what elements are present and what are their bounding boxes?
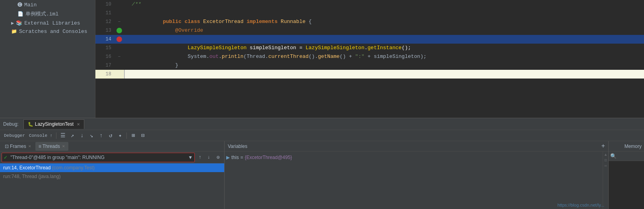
code-line-12: 12 − @Override	[95, 17, 644, 26]
frame-item[interactable]: run:14, ExcetorThread (com.company.Test)	[0, 163, 224, 172]
eval-btn[interactable]: ✦	[116, 131, 124, 140]
memory-header: Memory	[609, 141, 644, 151]
code-text: /**	[124, 0, 141, 9]
threads-tab-close[interactable]: ✕	[62, 144, 65, 148]
restore-layout-btn[interactable]: ↗	[68, 131, 77, 140]
thread-check-icon: ✓	[4, 155, 8, 160]
variables-title: Variables	[228, 144, 247, 149]
line-number: 10	[95, 0, 114, 9]
vars-scrollbar: ▲ ⊡ ∞	[603, 151, 608, 209]
code-line-15: 15 System.out.println(Thread.currentThre…	[95, 44, 644, 52]
gutter	[114, 70, 124, 79]
frame-package: (java.lang)	[39, 174, 61, 179]
columns-btn[interactable]: ⊞	[129, 131, 138, 140]
gutter	[114, 44, 124, 52]
fold-icon[interactable]: −	[118, 19, 121, 24]
gutter: −	[114, 17, 124, 26]
gutter	[114, 9, 124, 17]
breakpoint-red[interactable]	[116, 36, 122, 42]
scroll-copy-btn[interactable]: ⊡	[603, 158, 608, 163]
code-line-14: 14 LazySimpleSingleton simpleSingleton =…	[95, 35, 644, 44]
code-text: public void run() {	[124, 26, 234, 35]
debug-tabs-bar: Debug: 🐛 LazySingletonTest ✕	[0, 118, 644, 130]
step-into-btn[interactable]: ↘	[87, 131, 96, 140]
frames-list: run:14, ExcetorThread (com.company.Test)…	[0, 163, 224, 209]
sidebar-item-external-libs[interactable]: ▶ 📚 External Libraries	[0, 19, 95, 27]
frames-icon: ⊡	[5, 144, 9, 149]
tab-close-icon[interactable]: ✕	[77, 122, 80, 127]
code-line-13: 13 public void run() {	[95, 26, 644, 35]
code-text: System.out.println(Thread.currentThread(…	[124, 44, 427, 52]
var-equals: =	[241, 155, 243, 160]
fold-icon[interactable]: −	[118, 54, 121, 59]
code-text	[124, 70, 130, 79]
frame-label: run:14, ExcetorThread	[3, 165, 52, 171]
debug-tab-lazysimplesingleton[interactable]: 🐛 LazySingletonTest ✕	[23, 119, 84, 129]
expand-icon: ▶	[11, 20, 14, 26]
step-over-btn[interactable]: ↓	[78, 131, 86, 140]
sidebar-item-scratches[interactable]: 📁 Scratches and Consoles	[0, 27, 95, 36]
tab-threads[interactable]: ≡ Threads ✕	[35, 142, 68, 151]
gutter-breakpoint[interactable]	[114, 26, 124, 35]
scroll-inf-btn[interactable]: ∞	[603, 163, 608, 168]
sidebar-item-iml[interactable]: 📄 单例模式.iml	[0, 9, 95, 19]
thread-selector: ✓ "Thread-0"@485 in group "main": RUNNIN…	[0, 151, 224, 163]
threads-icon: ≡	[39, 144, 41, 149]
line-number: 15	[95, 44, 114, 52]
step-out-btn[interactable]: ↑	[97, 131, 105, 140]
console-tab-btn[interactable]: Console ↑	[27, 131, 54, 140]
code-text: }	[124, 52, 178, 61]
frame-label: run:748, Thread	[3, 174, 39, 179]
variables-content: ▶ this = {ExcetorThread@495} ▲ ⊡ ∞	[225, 151, 608, 209]
line-number: 18	[95, 70, 114, 79]
memory-search-bar: 🔍	[609, 151, 644, 161]
line-number: 13	[95, 26, 114, 35]
gutter	[114, 0, 124, 9]
breakpoint-green[interactable]	[116, 28, 122, 33]
tab-frames[interactable]: ⊡ Frames ✕	[2, 142, 35, 151]
debug-label: Debug:	[3, 121, 22, 127]
memory-title: Memory	[625, 144, 642, 149]
frame-item[interactable]: run:748, Thread (java.lang)	[0, 172, 224, 181]
line-number: 11	[95, 9, 114, 17]
code-text: }	[124, 61, 166, 70]
frame-package: (com.company.Test)	[52, 165, 95, 171]
debugger-tab-btn[interactable]: Debugger	[2, 131, 27, 140]
thread-filter-btn[interactable]: ⊙	[214, 153, 223, 162]
code-text: @Override	[124, 17, 203, 26]
var-value: {ExcetorThread@495}	[245, 155, 292, 160]
toolbar-sep-1	[56, 132, 56, 139]
sidebar-item-main[interactable]: 🅒 Main	[0, 1, 95, 9]
code-text: public class ExcetorThread implements Ru…	[124, 9, 312, 17]
frames-threads-pane: ⊡ Frames ✕ ≡ Threads ✕ ✓ "Thread-0"@485 …	[0, 141, 225, 209]
dropdown-arrow-icon: ▼	[188, 155, 193, 160]
code-line-10: 10 /**	[95, 0, 644, 9]
frames-tab-close[interactable]: ✕	[28, 144, 31, 148]
debug-toolbar: Debugger Console ↑ ☰ ↗ ↓ ↘ ↑ ↺ ✦ ⊞ ⊟	[0, 130, 644, 141]
thread-down-btn[interactable]: ↓	[205, 153, 212, 162]
tab-icon: 🐛	[28, 122, 33, 127]
line-number: 14	[95, 35, 114, 44]
thread-dropdown[interactable]: ✓ "Thread-0"@485 in group "main": RUNNIN…	[2, 153, 195, 162]
code-line-18: 18	[95, 70, 644, 79]
thread-up-btn[interactable]: ↑	[196, 153, 204, 162]
search-icon: 🔍	[610, 153, 617, 159]
run-to-cursor-btn[interactable]: ↺	[106, 131, 115, 140]
line-number: 12	[95, 17, 114, 26]
variables-header: Variables +	[225, 141, 608, 151]
file-icon: 📄	[17, 11, 23, 17]
scroll-up-btn[interactable]: ▲	[603, 152, 608, 157]
code-line-16: 16 − }	[95, 52, 644, 61]
add-watch-btn[interactable]: +	[601, 143, 605, 150]
folder-icon: 📁	[11, 29, 17, 35]
var-expand-icon[interactable]: ▶	[226, 155, 230, 160]
memory-search-input[interactable]	[618, 154, 642, 159]
var-name: this	[231, 155, 239, 160]
gutter-breakpoint[interactable]	[114, 35, 124, 44]
class-icon: 🅒	[17, 2, 22, 8]
settings-btn[interactable]: ☰	[58, 131, 67, 140]
layout-btn[interactable]: ⊟	[138, 131, 147, 140]
url-bar: https://blog.csdn.net/ly...	[557, 203, 604, 207]
variables-tree: ▶ this = {ExcetorThread@495}	[225, 151, 603, 209]
lib-icon: 📚	[16, 20, 22, 26]
